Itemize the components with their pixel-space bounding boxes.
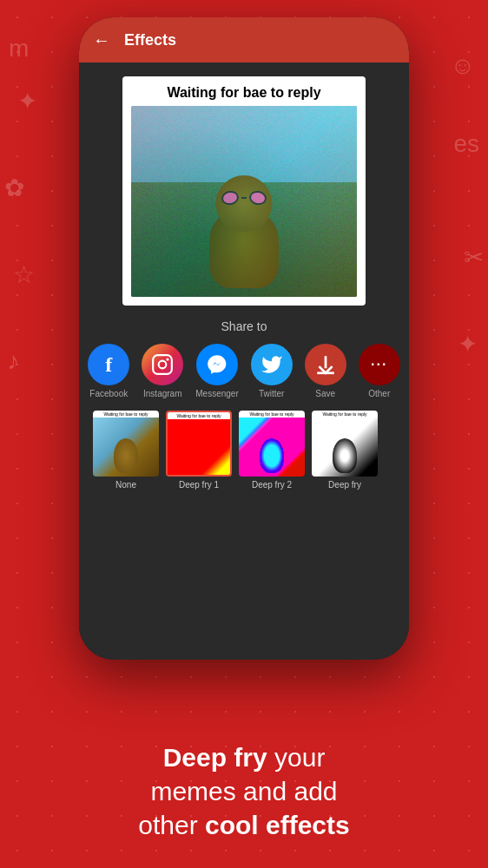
bottom-text-line3: other cool effects xyxy=(35,808,453,842)
share-instagram[interactable]: Instagram xyxy=(142,344,183,398)
bottom-text-line2-text: memes and add xyxy=(150,777,337,806)
share-other[interactable]: ··· Other xyxy=(359,344,400,398)
save-icon[interactable] xyxy=(305,344,346,385)
doodle-9: ✦ xyxy=(458,330,478,358)
bottom-text-bold1: Deep fry xyxy=(163,743,267,772)
effect-deepfry2-img xyxy=(239,418,305,477)
bottom-text-line1: Deep fry your xyxy=(35,740,453,774)
instagram-label: Instagram xyxy=(143,389,181,398)
bottom-text-section: Deep fry your memes and add other cool e… xyxy=(0,740,488,842)
doodle-8: ✂ xyxy=(464,243,484,272)
effect-deepfry1-label: Deep fry 1 xyxy=(179,480,219,490)
effect-deepfry3[interactable]: Waiting for bae to reply Deep fry xyxy=(312,411,378,490)
share-facebook[interactable]: f Facebook xyxy=(88,344,129,398)
effect-deepfry2-thumb[interactable]: Waiting for bae to reply xyxy=(239,411,305,477)
doodle-7: es xyxy=(453,130,479,158)
svg-point-1 xyxy=(159,361,167,369)
effect-deepfry2-label: Deep fry 2 xyxy=(252,480,292,490)
effect-none-label: None xyxy=(115,480,136,490)
share-twitter[interactable]: Twitter xyxy=(251,344,293,398)
share-label: Share to xyxy=(221,319,267,333)
svg-rect-0 xyxy=(153,355,172,374)
facebook-icon[interactable]: f xyxy=(88,344,129,385)
effect-none[interactable]: Waiting for bae to reply None xyxy=(93,411,159,490)
effect-deepfry1-thumb[interactable]: Waiting for bae to reply xyxy=(166,411,232,477)
page-title: Effects xyxy=(124,31,176,49)
doodle-6: ☺ xyxy=(450,52,475,80)
doodle-5: ♪ xyxy=(7,347,19,375)
effect-deepfry3-mini-title: Waiting for bae to reply xyxy=(312,411,378,418)
bottom-text-normal1: your xyxy=(267,743,326,772)
meme-image xyxy=(131,106,357,297)
share-save[interactable]: Save xyxy=(305,344,346,398)
other-icon[interactable]: ··· xyxy=(359,344,400,385)
other-label: Other xyxy=(368,389,390,398)
effect-deepfry1-img xyxy=(168,419,230,475)
back-button[interactable]: ← xyxy=(93,30,110,50)
messenger-icon[interactable] xyxy=(196,344,238,385)
effect-deepfry1[interactable]: Waiting for bae to reply Deep fry 1 xyxy=(166,411,232,490)
doodle-4: ☆ xyxy=(13,260,35,289)
doodle-1: m xyxy=(9,35,29,62)
effect-deepfry2-mini-title: Waiting for bae to reply xyxy=(239,411,305,418)
instagram-icon[interactable] xyxy=(142,344,183,385)
meme-card: Waiting for bae to reply xyxy=(122,76,366,306)
effect-none-mini-title: Waiting for bae to reply xyxy=(93,411,159,418)
save-label: Save xyxy=(315,389,335,398)
meme-title: Waiting for bae to reply xyxy=(131,85,357,101)
effect-deepfry3-thumb[interactable]: Waiting for bae to reply xyxy=(312,411,378,477)
effect-none-thumb[interactable]: Waiting for bae to reply xyxy=(93,411,159,477)
effects-strip: Waiting for bae to reply None Waiting fo… xyxy=(93,411,395,490)
twitter-label: Twitter xyxy=(259,389,284,398)
doodle-3: ✿ xyxy=(4,174,24,202)
bottom-text-normal3: other xyxy=(138,811,205,839)
bottom-text-line2: memes and add xyxy=(35,774,453,808)
effect-deepfry1-mini-title: Waiting for bae to reply xyxy=(168,412,230,419)
effect-deepfry3-label: Deep fry xyxy=(328,480,361,490)
top-bar: ← Effects xyxy=(79,17,409,62)
effect-deepfry3-img xyxy=(312,418,378,477)
share-messenger[interactable]: Messenger xyxy=(195,344,238,398)
svg-point-2 xyxy=(167,358,169,360)
content-area: Waiting for bae to reply xyxy=(79,62,409,660)
share-icons-row: f Facebook Instagram xyxy=(88,344,399,398)
twitter-icon[interactable] xyxy=(251,344,293,385)
effect-none-img xyxy=(93,418,159,477)
bottom-text-bold3: cool effects xyxy=(205,811,350,839)
facebook-label: Facebook xyxy=(89,389,128,398)
effect-deepfry2[interactable]: Waiting for bae to reply Deep fry 2 xyxy=(239,411,305,490)
phone-frame: ← Effects Waiting for bae to reply xyxy=(79,17,409,660)
doodle-2: ✦ xyxy=(17,87,37,115)
messenger-label: Messenger xyxy=(195,389,238,398)
